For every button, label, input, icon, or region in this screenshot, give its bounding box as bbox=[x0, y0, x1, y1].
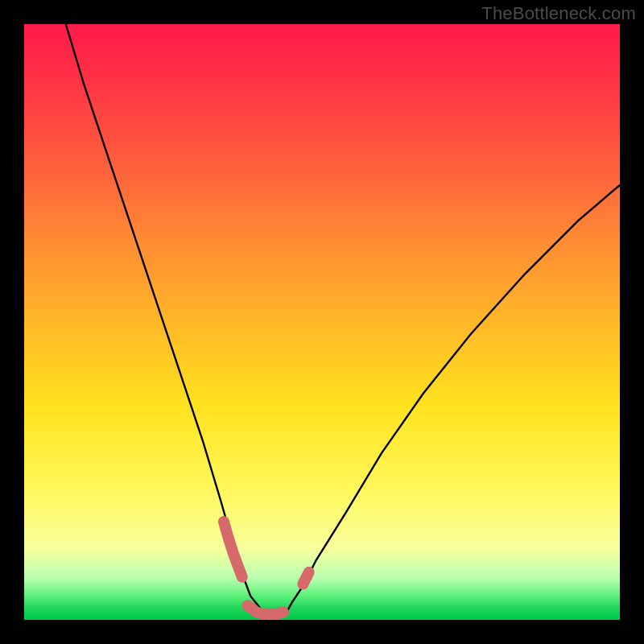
right-thick-dot bbox=[303, 572, 308, 584]
chart-svg bbox=[24, 24, 620, 620]
chart-frame: TheBottleneck.com bbox=[0, 0, 644, 644]
plot-area bbox=[24, 24, 620, 620]
marker-group bbox=[224, 522, 309, 614]
bottom-thick-segment bbox=[248, 605, 283, 614]
bottleneck-curve bbox=[66, 24, 620, 615]
left-thick-segment bbox=[224, 522, 242, 577]
watermark-text: TheBottleneck.com bbox=[481, 3, 636, 24]
